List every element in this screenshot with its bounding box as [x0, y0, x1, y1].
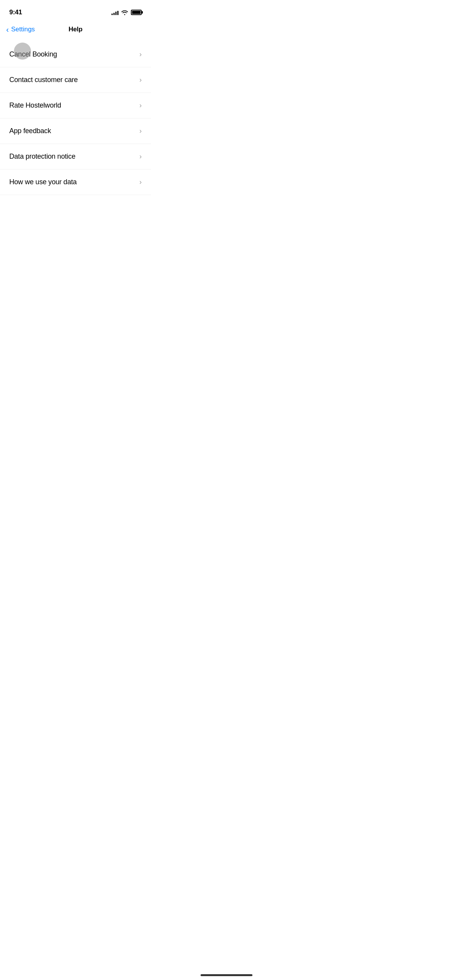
chevron-right-icon: ›: [139, 76, 142, 84]
chevron-right-icon: ›: [139, 127, 142, 135]
page-title: Help: [69, 26, 82, 33]
menu-item-app-feedback[interactable]: App feedback ›: [0, 118, 151, 144]
menu-list: Cancel Booking › Contact customer care ›…: [0, 39, 151, 198]
status-bar: 9:41: [0, 0, 151, 19]
back-button-label: Settings: [11, 26, 35, 33]
chevron-right-icon: ›: [139, 152, 142, 161]
status-icons: [112, 10, 142, 15]
menu-item-contact-customer-care[interactable]: Contact customer care ›: [0, 67, 151, 93]
menu-item-label: Contact customer care: [9, 76, 78, 84]
nav-bar: ‹ Settings Help: [0, 19, 151, 39]
menu-item-data-protection-notice[interactable]: Data protection notice ›: [0, 144, 151, 170]
back-chevron-icon: ‹: [6, 26, 9, 33]
chevron-right-icon: ›: [139, 178, 142, 186]
back-button[interactable]: ‹ Settings: [6, 26, 35, 33]
menu-item-rate-hostelworld[interactable]: Rate Hostelworld ›: [0, 93, 151, 118]
chevron-right-icon: ›: [139, 101, 142, 110]
menu-item-how-we-use-your-data[interactable]: How we use your data ›: [0, 170, 151, 195]
menu-item-label: Data protection notice: [9, 152, 76, 161]
status-time: 9:41: [9, 9, 22, 16]
battery-icon: [131, 10, 142, 15]
signal-icon: [112, 10, 118, 15]
touch-indicator: [14, 43, 31, 60]
menu-item-label: Rate Hostelworld: [9, 101, 61, 110]
wifi-icon: [121, 10, 128, 15]
menu-item-label: App feedback: [9, 127, 51, 135]
menu-item-label: How we use your data: [9, 178, 77, 186]
chevron-right-icon: ›: [139, 50, 142, 58]
